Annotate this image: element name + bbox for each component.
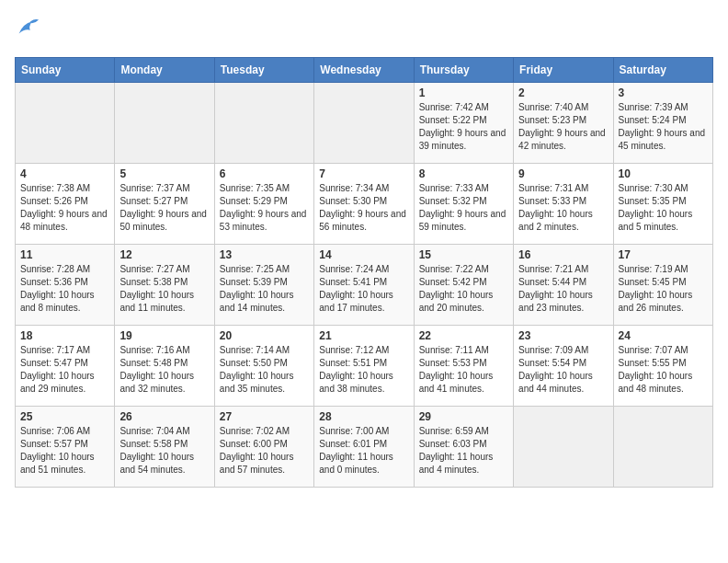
calendar-cell: 3Sunrise: 7:39 AM Sunset: 5:24 PM Daylig… (613, 83, 712, 164)
day-info: Sunrise: 7:38 AM Sunset: 5:26 PM Dayligh… (20, 182, 109, 234)
day-number: 18 (20, 329, 109, 342)
day-info: Sunrise: 7:02 AM Sunset: 6:00 PM Dayligh… (220, 425, 309, 477)
day-number: 28 (319, 410, 408, 423)
day-info: Sunrise: 7:39 AM Sunset: 5:24 PM Dayligh… (619, 101, 708, 153)
calendar-week-5: 25Sunrise: 7:06 AM Sunset: 5:57 PM Dayli… (16, 407, 713, 488)
day-number: 11 (20, 248, 109, 261)
day-info: Sunrise: 7:42 AM Sunset: 5:22 PM Dayligh… (419, 101, 508, 153)
calendar-week-3: 11Sunrise: 7:28 AM Sunset: 5:36 PM Dayli… (16, 245, 713, 326)
calendar-cell: 6Sunrise: 7:35 AM Sunset: 5:29 PM Daylig… (214, 164, 313, 245)
calendar-cell: 15Sunrise: 7:22 AM Sunset: 5:42 PM Dayli… (414, 245, 513, 326)
calendar-cell: 11Sunrise: 7:28 AM Sunset: 5:36 PM Dayli… (16, 245, 115, 326)
day-number: 2 (518, 86, 608, 99)
calendar-cell: 14Sunrise: 7:24 AM Sunset: 5:41 PM Dayli… (314, 245, 414, 326)
day-number: 22 (419, 329, 508, 342)
day-number: 21 (319, 329, 408, 342)
calendar-cell: 27Sunrise: 7:02 AM Sunset: 6:00 PM Dayli… (214, 407, 313, 488)
day-info: Sunrise: 7:06 AM Sunset: 5:57 PM Dayligh… (20, 425, 109, 477)
col-header-monday: Monday (115, 58, 214, 83)
logo (15, 15, 44, 46)
calendar-cell: 16Sunrise: 7:21 AM Sunset: 5:44 PM Dayli… (514, 245, 613, 326)
day-number: 5 (119, 167, 209, 180)
day-number: 27 (220, 410, 309, 423)
day-info: Sunrise: 7:33 AM Sunset: 5:32 PM Dayligh… (419, 182, 508, 234)
day-number: 25 (20, 410, 109, 423)
day-number: 29 (419, 410, 508, 423)
calendar-cell (115, 83, 214, 164)
day-info: Sunrise: 7:16 AM Sunset: 5:48 PM Dayligh… (119, 344, 209, 396)
calendar-week-2: 4Sunrise: 7:38 AM Sunset: 5:26 PM Daylig… (16, 164, 713, 245)
col-header-friday: Friday (514, 58, 613, 83)
calendar-cell: 10Sunrise: 7:30 AM Sunset: 5:35 PM Dayli… (613, 164, 712, 245)
day-number: 26 (119, 410, 209, 423)
calendar-cell (514, 407, 613, 488)
day-info: Sunrise: 7:04 AM Sunset: 5:58 PM Dayligh… (119, 425, 209, 477)
calendar-cell: 9Sunrise: 7:31 AM Sunset: 5:33 PM Daylig… (514, 164, 613, 245)
day-number: 19 (119, 329, 209, 342)
day-number: 17 (619, 248, 708, 261)
day-info: Sunrise: 7:30 AM Sunset: 5:35 PM Dayligh… (619, 182, 708, 234)
calendar-cell: 23Sunrise: 7:09 AM Sunset: 5:54 PM Dayli… (514, 326, 613, 407)
calendar-week-1: 1Sunrise: 7:42 AM Sunset: 5:22 PM Daylig… (16, 83, 713, 164)
col-header-thursday: Thursday (414, 58, 513, 83)
calendar-cell: 21Sunrise: 7:12 AM Sunset: 5:51 PM Dayli… (314, 326, 414, 407)
day-info: Sunrise: 7:12 AM Sunset: 5:51 PM Dayligh… (319, 344, 408, 396)
day-number: 4 (20, 167, 109, 180)
day-info: Sunrise: 7:09 AM Sunset: 5:54 PM Dayligh… (518, 344, 608, 396)
header (15, 15, 713, 46)
day-info: Sunrise: 7:40 AM Sunset: 5:23 PM Dayligh… (518, 101, 608, 153)
day-number: 8 (419, 167, 508, 180)
calendar-week-4: 18Sunrise: 7:17 AM Sunset: 5:47 PM Dayli… (16, 326, 713, 407)
calendar-cell (613, 407, 712, 488)
calendar-cell: 1Sunrise: 7:42 AM Sunset: 5:22 PM Daylig… (414, 83, 513, 164)
calendar-cell: 24Sunrise: 7:07 AM Sunset: 5:55 PM Dayli… (613, 326, 712, 407)
col-header-saturday: Saturday (613, 58, 712, 83)
calendar-cell: 18Sunrise: 7:17 AM Sunset: 5:47 PM Dayli… (16, 326, 115, 407)
logo-bird-icon (15, 15, 40, 46)
day-info: Sunrise: 7:07 AM Sunset: 5:55 PM Dayligh… (619, 344, 708, 396)
day-info: Sunrise: 7:22 AM Sunset: 5:42 PM Dayligh… (419, 263, 508, 315)
calendar-cell: 5Sunrise: 7:37 AM Sunset: 5:27 PM Daylig… (115, 164, 214, 245)
calendar-cell (16, 83, 115, 164)
calendar-cell: 12Sunrise: 7:27 AM Sunset: 5:38 PM Dayli… (115, 245, 214, 326)
calendar-cell: 29Sunrise: 6:59 AM Sunset: 6:03 PM Dayli… (414, 407, 513, 488)
day-number: 3 (619, 86, 708, 99)
calendar-header-row: SundayMondayTuesdayWednesdayThursdayFrid… (16, 58, 713, 83)
day-info: Sunrise: 7:31 AM Sunset: 5:33 PM Dayligh… (518, 182, 608, 234)
calendar-cell: 4Sunrise: 7:38 AM Sunset: 5:26 PM Daylig… (16, 164, 115, 245)
day-info: Sunrise: 7:17 AM Sunset: 5:47 PM Dayligh… (20, 344, 109, 396)
day-number: 13 (220, 248, 309, 261)
col-header-tuesday: Tuesday (214, 58, 313, 83)
calendar-cell: 2Sunrise: 7:40 AM Sunset: 5:23 PM Daylig… (514, 83, 613, 164)
calendar-cell: 7Sunrise: 7:34 AM Sunset: 5:30 PM Daylig… (314, 164, 414, 245)
day-number: 14 (319, 248, 408, 261)
calendar-cell: 20Sunrise: 7:14 AM Sunset: 5:50 PM Dayli… (214, 326, 313, 407)
day-number: 9 (518, 167, 608, 180)
col-header-wednesday: Wednesday (314, 58, 414, 83)
day-info: Sunrise: 7:27 AM Sunset: 5:38 PM Dayligh… (119, 263, 209, 315)
calendar-cell: 28Sunrise: 7:00 AM Sunset: 6:01 PM Dayli… (314, 407, 414, 488)
day-info: Sunrise: 7:11 AM Sunset: 5:53 PM Dayligh… (419, 344, 508, 396)
day-info: Sunrise: 7:21 AM Sunset: 5:44 PM Dayligh… (518, 263, 608, 315)
calendar-table: SundayMondayTuesdayWednesdayThursdayFrid… (15, 57, 713, 488)
day-number: 12 (119, 248, 209, 261)
day-info: Sunrise: 7:34 AM Sunset: 5:30 PM Dayligh… (319, 182, 408, 234)
day-number: 7 (319, 167, 408, 180)
calendar-cell (314, 83, 414, 164)
day-info: Sunrise: 7:19 AM Sunset: 5:45 PM Dayligh… (619, 263, 708, 315)
calendar-cell: 26Sunrise: 7:04 AM Sunset: 5:58 PM Dayli… (115, 407, 214, 488)
calendar-cell: 13Sunrise: 7:25 AM Sunset: 5:39 PM Dayli… (214, 245, 313, 326)
day-number: 23 (518, 329, 608, 342)
col-header-sunday: Sunday (16, 58, 115, 83)
day-info: Sunrise: 7:14 AM Sunset: 5:50 PM Dayligh… (220, 344, 309, 396)
calendar-cell: 25Sunrise: 7:06 AM Sunset: 5:57 PM Dayli… (16, 407, 115, 488)
day-number: 20 (220, 329, 309, 342)
calendar-cell: 22Sunrise: 7:11 AM Sunset: 5:53 PM Dayli… (414, 326, 513, 407)
calendar-cell: 8Sunrise: 7:33 AM Sunset: 5:32 PM Daylig… (414, 164, 513, 245)
day-info: Sunrise: 7:00 AM Sunset: 6:01 PM Dayligh… (319, 425, 408, 477)
day-number: 10 (619, 167, 708, 180)
day-info: Sunrise: 7:24 AM Sunset: 5:41 PM Dayligh… (319, 263, 408, 315)
calendar-cell (214, 83, 313, 164)
day-number: 6 (220, 167, 309, 180)
day-number: 15 (419, 248, 508, 261)
